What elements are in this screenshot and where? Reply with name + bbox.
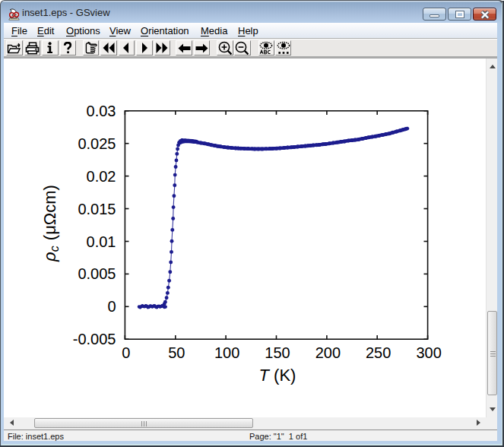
svg-text:0.02: 0.02 bbox=[87, 167, 116, 184]
svg-text:ρc (μΩcm): ρc (μΩcm) bbox=[40, 185, 61, 262]
svg-text:150: 150 bbox=[265, 344, 290, 360]
svg-text:300: 300 bbox=[416, 344, 441, 360]
svg-text:0.025: 0.025 bbox=[78, 135, 116, 151]
svg-text:100: 100 bbox=[214, 344, 239, 360]
svg-text:0: 0 bbox=[122, 344, 130, 360]
svg-text:0: 0 bbox=[107, 298, 116, 315]
svg-text:0.03: 0.03 bbox=[87, 102, 116, 119]
svg-text:250: 250 bbox=[366, 344, 391, 360]
svg-text:200: 200 bbox=[315, 344, 341, 360]
svg-text:-0.005: -0.005 bbox=[73, 331, 116, 347]
svg-text:0.015: 0.015 bbox=[78, 200, 116, 217]
svg-text:0.01: 0.01 bbox=[87, 233, 116, 249]
svg-text:0.005: 0.005 bbox=[78, 265, 116, 282]
svg-text:50: 50 bbox=[168, 344, 185, 360]
svg-text:T (K): T (K) bbox=[259, 365, 296, 384]
